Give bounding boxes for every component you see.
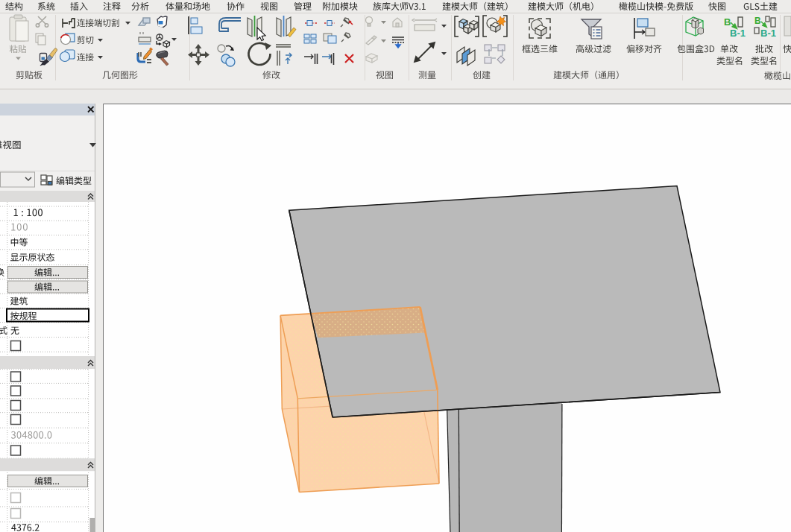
- svg-text:B: B: [724, 16, 731, 28]
- svg-text:B-1: B-1: [760, 28, 776, 39]
- svg-text:B-1: B-1: [730, 28, 746, 39]
- svg-text:B: B: [754, 16, 761, 26]
